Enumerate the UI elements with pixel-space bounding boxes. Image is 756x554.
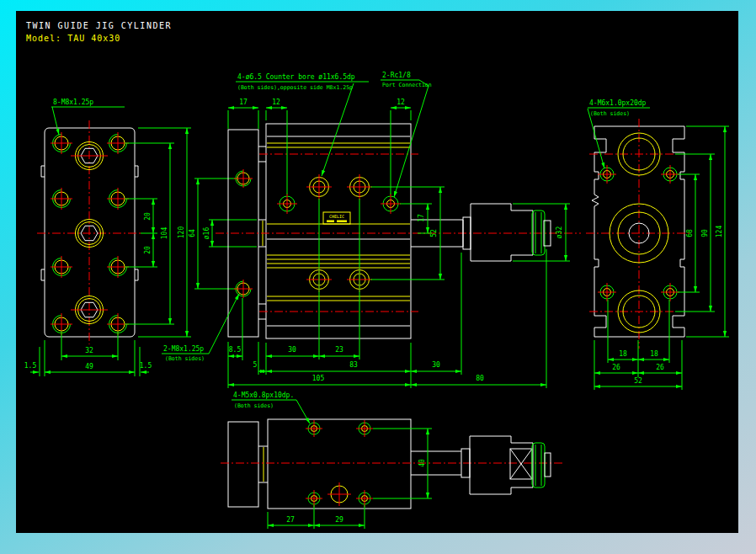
dim-120: 120 (178, 226, 185, 239)
dim-18-right: 18 (650, 350, 658, 358)
label-m5: 4-M5x0.8px10dp. (233, 392, 294, 399)
label-m6-note: (Both sides) (590, 110, 630, 117)
dim-20-lower: 20 (144, 246, 152, 254)
label-m5-note: (Both sides) (234, 402, 274, 409)
dim-12-left: 12 (272, 99, 280, 106)
label-cbore-line2: (Both sides),opposite side M8x1.25p (237, 84, 353, 91)
dim-26-left: 26 (612, 364, 620, 371)
dim-32: 32 (85, 347, 93, 354)
label-2-m8: 2-M8x1.25p (163, 345, 204, 353)
dim-52-side: 52 (634, 377, 642, 385)
label-port: 2-Rc1/8 (382, 72, 411, 79)
dim-105: 105 (312, 375, 325, 382)
dim-30-stroke: 30 (432, 361, 440, 369)
dim-80: 80 (476, 375, 484, 382)
dim-18-left: 18 (619, 350, 627, 358)
drawing-title: TWIN GUIDE JIG CYLINDER (26, 21, 172, 30)
dim-52-plan: 52 (430, 229, 438, 237)
dim-68: 68 (686, 229, 694, 237)
cad-viewport: TWIN GUIDE JIG CYLINDER Model: TAU 40x30 (0, 0, 756, 554)
dim-8-5: 8.5 (229, 346, 242, 354)
dim-20-upper: 20 (144, 212, 152, 221)
dim-23: 23 (335, 346, 343, 354)
technical-drawing: TWIN GUIDE JIG CYLINDER Model: TAU 40x30 (0, 0, 756, 554)
dim-40: 40 (418, 459, 426, 467)
label-2-m8-note: (Both sides) (165, 355, 205, 362)
dim-49: 49 (85, 363, 93, 370)
nameplate-brand: CHELIC (329, 214, 344, 219)
dim-124: 124 (716, 226, 723, 238)
dim-26-right: 26 (656, 364, 664, 371)
drawing-canvas (16, 11, 738, 533)
dim-104: 104 (161, 227, 168, 240)
dim-90: 90 (701, 229, 709, 237)
dim-joint-dia-32: ø32 (556, 226, 563, 239)
dim-29: 29 (335, 516, 343, 524)
model-number: Model: TAU 40x30 (26, 34, 120, 43)
dim-rod-dia-16: ø16 (203, 227, 210, 240)
dim-83: 83 (349, 361, 358, 369)
dim-5: 5 (253, 361, 258, 369)
dim-27: 27 (286, 516, 295, 524)
dim-17-port: 17 (418, 214, 425, 222)
label-m6: 4-M6x1.0px20dp (589, 99, 647, 107)
dim-1-5-left: 1.5 (24, 362, 37, 370)
dim-17-plate: 17 (239, 99, 248, 106)
dim-1-5-right: 1.5 (140, 362, 152, 370)
label-port-note: Port Connection (382, 82, 432, 88)
label-cbore-line1: 4-ø6.5 Counter bore ø11x6.5dp (237, 73, 355, 81)
label-8-m8: 8-M8x1.25p (53, 99, 93, 106)
dim-30-hole: 30 (288, 346, 296, 354)
dim-12-right: 12 (397, 99, 405, 106)
dim-64: 64 (189, 229, 196, 237)
